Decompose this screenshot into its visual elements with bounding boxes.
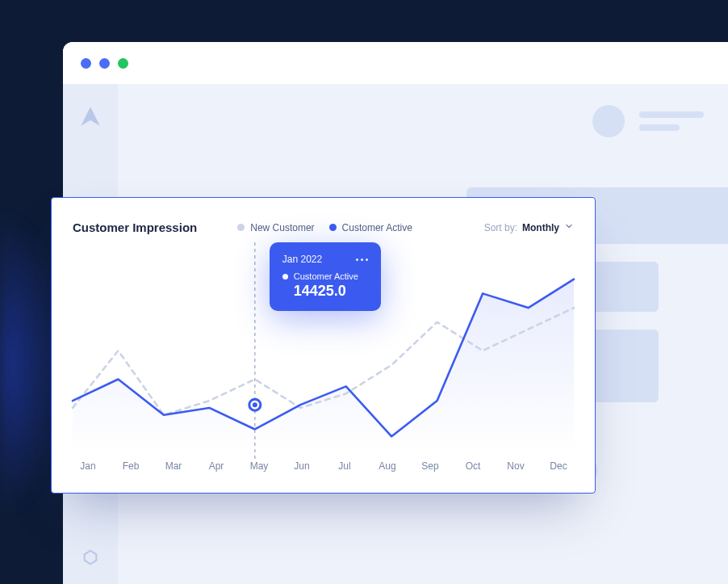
tooltip-series: Customer Active [294, 271, 358, 281]
chart-plot[interactable]: Jan 2022 Customer Active 14425.0 [73, 265, 574, 451]
bullet-icon [282, 274, 288, 279]
x-axis-label: Aug [375, 460, 400, 472]
x-axis-label: Mar [161, 460, 186, 472]
tooltip-date: Jan 2022 [282, 254, 322, 265]
chevron-down-icon [564, 221, 574, 233]
topbar [118, 84, 728, 158]
more-icon[interactable] [356, 258, 368, 261]
legend-label: Customer Active [342, 222, 412, 233]
sort-value: Monthly [522, 222, 559, 233]
traffic-light-maximize[interactable] [118, 58, 128, 69]
tooltip-value: 14425.0 [282, 283, 368, 300]
x-axis-label: Nov [504, 460, 528, 472]
x-axis-label: May [247, 460, 271, 472]
user-name-skeleton [639, 111, 704, 131]
x-axis-label: Sep [418, 460, 442, 472]
legend-dot-icon [237, 224, 245, 231]
traffic-light-close[interactable] [81, 58, 91, 69]
app-logo-icon [79, 105, 102, 131]
browser-titlebar [63, 42, 728, 84]
chart-legend: New Customer Customer Active [237, 222, 412, 233]
sort-dropdown[interactable]: Sort by: Monthly [484, 221, 574, 233]
x-axis-label: Oct [461, 460, 485, 472]
sort-label: Sort by: [484, 222, 517, 233]
x-axis-label: Dec [546, 460, 571, 472]
legend-dot-icon [329, 224, 337, 231]
x-axis-label: Jan [76, 460, 100, 472]
legend-label: New Customer [250, 222, 314, 233]
legend-new-customer[interactable]: New Customer [237, 222, 314, 233]
x-axis-label: Jul [333, 460, 357, 472]
x-axis-label: Apr [204, 460, 228, 472]
avatar[interactable] [592, 105, 625, 137]
chart-tooltip: Jan 2022 Customer Active 14425.0 [270, 242, 381, 311]
svg-marker-0 [85, 551, 97, 565]
traffic-light-minimize[interactable] [99, 58, 110, 69]
x-axis-label: Feb [119, 460, 143, 472]
chart-x-axis: JanFebMarAprMayJunJulAugSepOctNovDec [73, 460, 574, 472]
customer-impression-card: Customer Impression New Customer Custome… [51, 197, 596, 494]
settings-icon[interactable] [82, 548, 99, 569]
svg-point-3 [253, 402, 257, 407]
chart-title: Customer Impression [73, 221, 197, 234]
legend-customer-active[interactable]: Customer Active [329, 222, 412, 233]
x-axis-label: Jun [290, 460, 314, 472]
